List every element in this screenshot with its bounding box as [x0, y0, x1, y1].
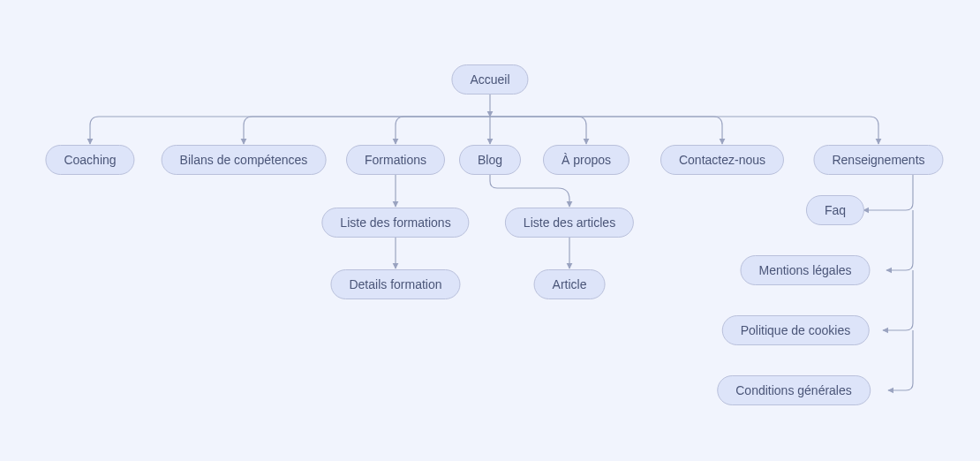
node-renseignements[interactable]: Renseignements [813, 145, 943, 175]
node-liste-formations[interactable]: Liste des formations [321, 208, 469, 238]
node-mentions-legales[interactable]: Mentions légales [740, 255, 870, 285]
node-accueil[interactable]: Accueil [451, 64, 528, 94]
node-conditions[interactable]: Conditions générales [717, 375, 871, 405]
node-contact[interactable]: Contactez-nous [660, 145, 784, 175]
node-apropos[interactable]: À propos [543, 145, 629, 175]
node-details-formation[interactable]: Details formation [330, 269, 460, 299]
node-coaching[interactable]: Coaching [45, 145, 134, 175]
node-article[interactable]: Article [534, 269, 606, 299]
node-faq[interactable]: Faq [806, 195, 864, 225]
node-blog[interactable]: Blog [459, 145, 521, 175]
node-bilans[interactable]: Bilans de compétences [162, 145, 327, 175]
node-politique-cookies[interactable]: Politique de cookies [722, 315, 870, 345]
node-formations[interactable]: Formations [346, 145, 445, 175]
node-liste-articles[interactable]: Liste des articles [505, 208, 634, 238]
